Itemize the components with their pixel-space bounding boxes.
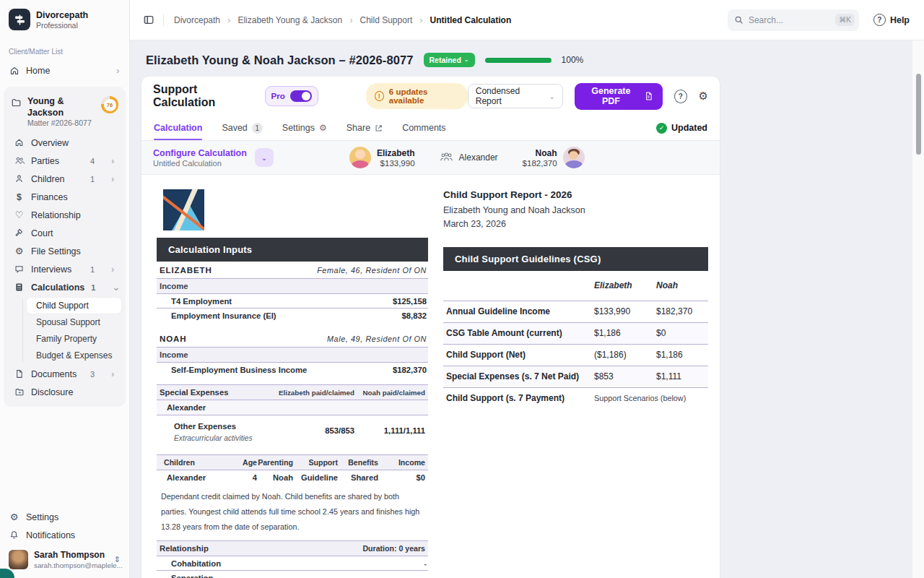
breadcrumb-divorcepath[interactable]: Divorcepath: [174, 15, 220, 25]
updates-available-banner[interactable]: ! 6 updates available: [366, 83, 468, 109]
tab-share[interactable]: Share: [346, 116, 383, 140]
sidebar-subitem-spousal-support[interactable]: Spousal Support: [27, 314, 121, 330]
matter-card: Young & Jackson Matter #2026-8077 76 Ove…: [4, 87, 126, 407]
pdf-document-icon: [644, 91, 653, 101]
gavel-icon: [14, 228, 25, 238]
sidebar-item-notifications[interactable]: Notifications: [7, 526, 122, 544]
sidebar-subitem-budget-expenses[interactable]: Budget & Expenses: [27, 348, 121, 363]
card-header: Support Calculation Pro ! 6 updates avai…: [141, 77, 720, 116]
sidebar-item-calculations[interactable]: Calculations 1 ⌄: [5, 278, 124, 296]
sidebar-item-documents[interactable]: Documents 3 ›: [5, 365, 124, 383]
party-alexander[interactable]: Alexander: [440, 152, 498, 164]
report-body: Calculation Inputs ELIZABETH Female, 46,…: [141, 175, 720, 578]
tab-comments[interactable]: Comments: [402, 116, 445, 140]
report-logo-image: [163, 189, 204, 230]
calculation-inputs-column: Calculation Inputs ELIZABETH Female, 46,…: [157, 188, 428, 578]
card-help-icon[interactable]: ?: [674, 90, 687, 103]
breadcrumb-child-support[interactable]: Child Support: [360, 15, 413, 25]
table-row: Alexander 4 Noah Guideline Shared $0: [157, 470, 428, 485]
configure-expand-button[interactable]: ⌄: [255, 148, 274, 167]
sidebar-subitem-family-property[interactable]: Family Property: [27, 331, 121, 347]
sidebar-item-home[interactable]: Home ›: [0, 61, 129, 79]
sidebar-item-finances[interactable]: $ Finances: [5, 188, 124, 206]
search-icon: [734, 15, 744, 25]
chevron-right-icon: ›: [116, 66, 122, 75]
csg-column-headers: Elizabeth Noah: [443, 271, 708, 301]
user-icon: [14, 174, 25, 184]
toggle-switch-on[interactable]: [290, 90, 312, 102]
tab-settings[interactable]: Settings⚙: [282, 116, 327, 140]
scrollbar-track[interactable]: [912, 40, 924, 578]
children-table-header: Children Age Parenting Support Benefits …: [157, 454, 428, 470]
user-menu[interactable]: Sarah Thompson sarah.thompson@maplele...…: [7, 550, 122, 569]
user-name: Sarah Thompson: [34, 550, 108, 561]
divider: [163, 14, 164, 26]
person-row-noah: NOAH Male, 49, Resident Of ON: [157, 330, 428, 347]
document-icon: [14, 369, 25, 379]
sidebar-item-relationship[interactable]: ♡ Relationship: [5, 206, 124, 224]
sidebar-item-file-settings[interactable]: ⚙ File Settings: [5, 242, 124, 260]
progress-percent: 100%: [562, 55, 584, 65]
income-section-header: Income: [157, 347, 428, 363]
sidebar-subitem-child-support[interactable]: Child Support: [27, 298, 121, 314]
special-expenses-header: Special Expenses Elizabeth paid/claimed …: [157, 384, 428, 400]
disclosure-folder-icon: [14, 387, 25, 397]
chevron-down-icon: ⌄: [112, 282, 118, 292]
home-icon: [9, 66, 19, 76]
party-noah[interactable]: Noah $182,370: [523, 147, 585, 168]
party-elizabeth[interactable]: Elizabeth $133,990: [349, 147, 415, 168]
progress-bar: [485, 58, 552, 63]
tab-saved[interactable]: Saved1: [222, 116, 262, 140]
sidebar-item-interviews[interactable]: Interviews 1 ›: [5, 260, 124, 278]
sidebar-toggle-icon[interactable]: [143, 14, 154, 25]
sidebar-item-children[interactable]: Children 1 ›: [5, 170, 124, 188]
matter-header[interactable]: Young & Jackson Matter #2026-8077 76: [5, 91, 124, 134]
gear-icon: ⚙: [14, 246, 25, 256]
configure-calculation-link[interactable]: Configure Calculation: [153, 147, 247, 159]
help-icon: ?: [873, 14, 886, 26]
scrollbar-thumb[interactable]: [916, 74, 921, 155]
home-icon: [14, 138, 25, 147]
card-settings-icon[interactable]: ⚙: [699, 90, 708, 103]
brand-name: Divorcepath: [36, 10, 88, 21]
parties-summary: Elizabeth $133,990 Alexander Noah $182,3…: [349, 147, 585, 168]
dollar-icon: $: [14, 192, 25, 202]
breadcrumb: Divorcepath › Elizabeth Young & Jackson …: [174, 14, 511, 25]
client-matter-list-label: Client/Matter List: [9, 48, 121, 56]
table-row: Employment Insurance (EI) $8,832: [157, 308, 428, 322]
elizabeth-income: $133,990: [377, 159, 415, 168]
sidebar-item-court[interactable]: Court: [5, 224, 124, 242]
table-row: Separation -: [157, 570, 428, 578]
divorcepath-logo-icon: [9, 9, 30, 30]
gear-icon: ⚙: [319, 123, 327, 133]
calculations-count: 1: [91, 283, 95, 292]
breadcrumb-matter[interactable]: Elizabeth Young & Jackson: [237, 15, 342, 25]
folder-icon: [11, 98, 22, 108]
search-input[interactable]: ⌘K: [728, 9, 859, 31]
support-calculation-card: Support Calculation Pro ! 6 updates avai…: [141, 77, 720, 578]
report-type-select[interactable]: Condensed Report ⌄: [468, 84, 563, 108]
pro-toggle[interactable]: Pro: [265, 86, 318, 106]
chevron-right-icon: ›: [349, 14, 352, 25]
generate-pdf-button[interactable]: Generate PDF: [575, 83, 663, 110]
tab-bar: Calculation Saved1 Settings⚙ Share Comme…: [141, 116, 720, 141]
status-badge[interactable]: Retained ⌄: [424, 53, 475, 67]
sidebar: Divorcepath Professional Client/Matter L…: [0, 0, 130, 578]
saved-count-badge: 1: [252, 123, 263, 134]
sidebar-item-parties[interactable]: Parties 4 ›: [5, 152, 124, 170]
table-row: Cohabitation -: [157, 556, 428, 570]
report-title-block: Child Support Report - 2026 Elizabeth Yo…: [443, 189, 708, 232]
sidebar-item-disclosure[interactable]: Disclosure: [5, 383, 124, 401]
table-row: CSG Table Amount (current) $1,186 $0: [443, 322, 708, 344]
help-button[interactable]: ? Help: [873, 14, 910, 26]
children-count: 1: [90, 175, 95, 184]
page-header: Elizabeth Young & Noah Jackson – #2026-8…: [130, 40, 924, 77]
search-field[interactable]: [749, 15, 821, 25]
sidebar-item-settings[interactable]: ⚙ Settings: [7, 508, 122, 526]
chevron-down-icon: ⌄: [464, 57, 469, 63]
tab-calculation[interactable]: Calculation: [154, 116, 202, 140]
chevron-down-icon: ⌄: [261, 154, 267, 162]
users-icon: [14, 156, 25, 165]
external-link-icon: [375, 124, 383, 132]
sidebar-item-overview[interactable]: Overview: [5, 134, 124, 152]
